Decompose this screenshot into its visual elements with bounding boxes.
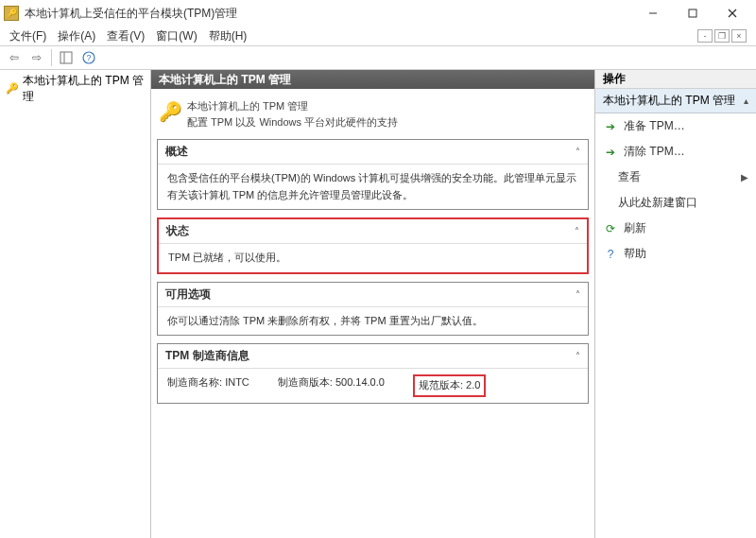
chevron-up-icon: ˄ <box>576 147 580 157</box>
svg-rect-1 <box>689 9 696 17</box>
help-icon: ? <box>603 248 618 261</box>
manufacturer-version: 制造商版本: 500.14.0.0 <box>278 374 385 397</box>
section-overview: 概述 ˄ 包含受信任的平台模块(TPM)的 Windows 计算机可提供增强的安… <box>157 139 589 210</box>
maximize-button[interactable] <box>673 1 713 26</box>
manufacturer-row: 制造商名称: INTC 制造商版本: 500.14.0.0 规范版本: 2.0 <box>167 374 578 397</box>
main-area: 🔑 本地计算机上的 TPM 管理 本地计算机上的 TPM 管理 🔑 本地计算机上… <box>0 70 756 538</box>
section-status-body: TPM 已就绪，可以使用。 <box>159 244 587 272</box>
section-status-header[interactable]: 状态 ˄ <box>159 219 587 244</box>
forward-button[interactable]: ⇨ <box>26 48 47 67</box>
help-button[interactable]: ? <box>78 48 99 67</box>
chevron-up-icon: ˄ <box>575 226 579 236</box>
section-overview-body: 包含受信任的平台模块(TPM)的 Windows 计算机可提供增强的安全功能。此… <box>158 165 588 209</box>
back-button[interactable]: ⇦ <box>4 48 25 67</box>
chevron-up-icon: ▴ <box>744 95 748 106</box>
titlebar: 🔑 本地计算机上受信任的平台模块(TPM)管理 <box>0 0 756 26</box>
actions-header: 操作 <box>595 70 756 89</box>
action-help[interactable]: ? 帮助 <box>595 241 756 267</box>
mdi-restore-button[interactable]: ❐ <box>714 29 730 43</box>
actions-subheader[interactable]: 本地计算机上的 TPM 管理 ▴ <box>595 89 756 113</box>
tree-root-item[interactable]: 🔑 本地计算机上的 TPM 管理 <box>0 70 150 108</box>
refresh-icon: ⟳ <box>603 222 618 235</box>
section-manufacturer-header[interactable]: TPM 制造商信息 ˄ <box>158 344 588 369</box>
action-prepare-tpm[interactable]: ➔ 准备 TPM… <box>595 113 756 139</box>
center-header: 本地计算机上的 TPM 管理 <box>151 70 594 89</box>
nav-tree: 🔑 本地计算机上的 TPM 管理 <box>0 70 151 538</box>
menu-file[interactable]: 文件(F) <box>4 26 52 46</box>
action-clear-tpm[interactable]: ➔ 清除 TPM… <box>595 139 756 165</box>
chevron-right-icon: ▶ <box>741 172 748 182</box>
show-hide-tree-button[interactable] <box>56 48 77 67</box>
mdi-close-button[interactable]: × <box>731 29 747 43</box>
toolbar-separator <box>51 49 52 66</box>
section-overview-header[interactable]: 概述 ˄ <box>158 140 588 165</box>
app-icon: 🔑 <box>4 6 19 21</box>
tree-root-label: 本地计算机上的 TPM 管理 <box>23 73 145 105</box>
section-options: 可用选项 ˄ 你可以通过清除 TPM 来删除所有权，并将 TPM 重置为出厂默认… <box>157 282 589 337</box>
intro-line2: 配置 TPM 以及 Windows 平台对此硬件的支持 <box>187 114 398 130</box>
svg-text:?: ? <box>86 53 91 62</box>
mdi-minimize-button[interactable]: - <box>697 29 713 43</box>
section-manufacturer: TPM 制造商信息 ˄ 制造商名称: INTC 制造商版本: 500.14.0.… <box>157 343 589 404</box>
tpm-icon: 🔑 <box>6 82 19 95</box>
svg-rect-4 <box>60 52 72 63</box>
section-options-body: 你可以通过清除 TPM 来删除所有权，并将 TPM 重置为出厂默认值。 <box>158 307 588 336</box>
menu-window[interactable]: 窗口(W) <box>150 26 202 46</box>
action-view[interactable]: 查看 ▶ <box>595 165 756 190</box>
section-manufacturer-title: TPM 制造商信息 <box>165 348 576 364</box>
section-options-title: 可用选项 <box>165 286 576 303</box>
intro-line1: 本地计算机上的 TPM 管理 <box>187 98 398 114</box>
minimize-button[interactable] <box>633 1 673 26</box>
menu-help[interactable]: 帮助(H) <box>203 26 253 46</box>
actions-panel: 操作 本地计算机上的 TPM 管理 ▴ ➔ 准备 TPM… ➔ 清除 TPM… … <box>595 70 756 538</box>
section-overview-title: 概述 <box>165 144 576 160</box>
manufacturer-name: 制造商名称: INTC <box>167 374 249 397</box>
arrow-right-icon: ➔ <box>603 146 618 159</box>
action-refresh[interactable]: ⟳ 刷新 <box>595 216 756 241</box>
spec-version: 规范版本: 2.0 <box>413 374 486 397</box>
window-title: 本地计算机上受信任的平台模块(TPM)管理 <box>25 6 633 22</box>
section-status: 状态 ˄ TPM 已就绪，可以使用。 <box>157 217 589 274</box>
menu-view[interactable]: 查看(V) <box>101 26 150 46</box>
center-body: 🔑 本地计算机上的 TPM 管理 配置 TPM 以及 Windows 平台对此硬… <box>151 89 594 538</box>
center-panel: 本地计算机上的 TPM 管理 🔑 本地计算机上的 TPM 管理 配置 TPM 以… <box>151 70 595 538</box>
menubar: 文件(F) 操作(A) 查看(V) 窗口(W) 帮助(H) - ❐ × <box>0 26 756 45</box>
action-new-window[interactable]: 从此处新建窗口 <box>595 190 756 216</box>
key-icon: 🔑 <box>159 98 187 123</box>
arrow-right-icon: ➔ <box>603 120 618 133</box>
menu-action[interactable]: 操作(A) <box>52 26 101 46</box>
toolbar: ⇦ ⇨ ? <box>0 45 756 70</box>
section-status-title: 状态 <box>166 223 575 239</box>
close-button[interactable] <box>713 1 752 26</box>
chevron-up-icon: ˄ <box>576 289 580 300</box>
mdi-controls: - ❐ × <box>697 29 752 43</box>
section-options-header[interactable]: 可用选项 ˄ <box>158 283 588 307</box>
intro-block: 🔑 本地计算机上的 TPM 管理 配置 TPM 以及 Windows 平台对此硬… <box>157 95 589 139</box>
chevron-up-icon: ˄ <box>576 351 580 361</box>
